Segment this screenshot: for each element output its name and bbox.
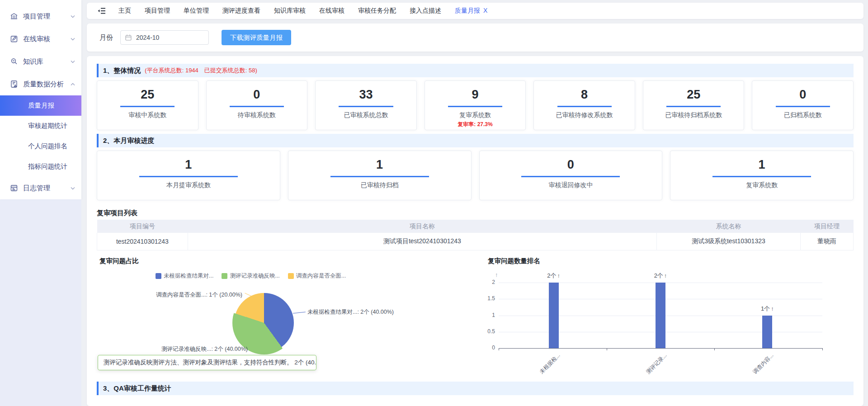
sidebar-item-label: 质量数据分析	[23, 80, 64, 89]
stat-card-value: 0	[752, 88, 853, 102]
bar-0[interactable]	[549, 283, 559, 348]
topnav-tab-label: 主页	[118, 7, 131, 14]
sidebar-subitem-label: 个人问题排名	[28, 142, 67, 150]
sidebar-item-4[interactable]: 日志管理	[0, 177, 81, 199]
month-input[interactable]	[120, 30, 209, 45]
sidebar-subitem-3-0[interactable]: 质量月报	[0, 95, 81, 116]
stat-card-underline	[448, 106, 502, 107]
month-value-input[interactable]	[135, 33, 204, 42]
stat-card-underline	[139, 176, 238, 177]
sidebar-subitem-3-2[interactable]: 个人问题排名	[0, 136, 81, 156]
stat-card-label: 已审核系统总数	[316, 111, 416, 119]
topnav-tab-6[interactable]: 审核任务分配	[358, 7, 396, 15]
legend-item[interactable]: 调查内容是否全面...	[288, 272, 346, 280]
section-qa-title: 3、QA审核工作量统计	[103, 384, 171, 393]
sidebar-item-1[interactable]: 在线审核	[0, 28, 81, 50]
topnav-tab-1[interactable]: 项目管理	[145, 7, 170, 15]
collapse-sidebar-icon[interactable]	[98, 7, 106, 14]
y-axis-tick-label: 1	[475, 312, 495, 318]
table-header-cell: 项目名称	[188, 220, 656, 233]
stat-card: 1复审系统数	[670, 151, 854, 200]
tab-close-icon[interactable]: X	[483, 7, 487, 14]
legend-label: 调查内容是否全面...	[296, 272, 346, 280]
section-overall-annotation: (平台系统总数: 1944 已提交系统总数: 58)	[145, 66, 257, 75]
charts-row: 复审问题占比 未根据检查结果对...测评记录准确反映...调查内容是否全面...…	[97, 255, 854, 376]
chevron-down-icon	[71, 60, 75, 63]
stat-card: 0已归档系统数	[752, 80, 854, 130]
x-axis-tick	[822, 348, 823, 350]
stat-card-label: 已审核待归档	[288, 181, 471, 189]
bar-1[interactable]	[656, 283, 665, 348]
pie-legend: 未根据检查结果对...测评记录准确反映...调查内容是否全面...	[156, 272, 346, 280]
sidebar-item-0[interactable]: 项目管理	[0, 5, 81, 28]
pie-label-line	[293, 312, 306, 314]
bar-value-text: 2个	[654, 272, 663, 279]
data-analysis-icon	[10, 80, 18, 88]
stat-card-value: 0	[207, 88, 307, 102]
topnav-tab-4[interactable]: 知识库审核	[274, 7, 306, 15]
stat-card-underline	[521, 176, 620, 177]
section-overall-header: 1、整体情况 (平台系统总数: 1944 已提交系统总数: 58)	[97, 64, 854, 77]
filter-bar: 月份 下载测评质量月报	[87, 24, 863, 52]
chevron-down-icon	[71, 15, 75, 18]
pie-tooltip: 测评记录准确反映测评方法、测评对象及测评结果，支持符合性判断。 2个 (40.0…	[98, 355, 316, 370]
sidebar-item-2[interactable]: 知识库	[0, 50, 81, 73]
main-area: 主页项目管理单位管理测评进度查看知识库审核在线审核审核任务分配接入点描述质量月报…	[81, 0, 868, 406]
sidebar-subitem-3-3[interactable]: 指标问题统计	[0, 156, 81, 177]
legend-swatch	[156, 273, 161, 279]
topnav-tab-label: 知识库审核	[274, 7, 306, 14]
legend-item[interactable]: 测评记录准确反映...	[222, 272, 279, 280]
stat-card: 0审核退回修改中	[479, 151, 663, 200]
topnav-tab-label: 测评进度查看	[222, 7, 260, 14]
topnav-tab-7[interactable]: 接入点描述	[410, 7, 441, 15]
sidebar-subitem-label: 质量月报	[28, 102, 54, 109]
table-cell: test202410301243	[97, 233, 188, 250]
chevron-up-icon	[71, 83, 75, 86]
stat-card: 1本月提审系统数	[97, 151, 280, 200]
stat-card-underline	[776, 106, 830, 107]
section-monthly-title: 2、本月审核进度	[103, 137, 154, 145]
table-header-cell: 系统名称	[657, 220, 801, 233]
log-icon	[10, 184, 18, 192]
stat-card-underline	[666, 106, 721, 107]
topnav-tab-3[interactable]: 测评进度查看	[222, 7, 260, 15]
stat-card-value: 0	[480, 158, 662, 172]
stat-card-label: 审核退回修改中	[480, 181, 662, 189]
topnav-tab-2[interactable]: 单位管理	[184, 7, 209, 15]
stat-card: 25已审核待归档系统数	[643, 80, 745, 130]
chevron-down-icon	[71, 187, 75, 190]
legend-item[interactable]: 未根据检查结果对...	[156, 272, 213, 280]
sidebar-item-3[interactable]: 质量数据分析	[0, 73, 81, 95]
topnav-tab-label: 质量月报	[455, 7, 480, 14]
sidebar: 项目管理在线审核知识库质量数据分析质量月报审核超期统计个人问题排名指标问题统计日…	[0, 0, 81, 406]
table-cell: 测试项目test202410301243	[188, 233, 656, 250]
topnav-tab-8[interactable]: 质量月报X	[455, 7, 487, 15]
topnav-tab-label: 项目管理	[145, 7, 170, 14]
sidebar-subitem-label: 审核超期统计	[28, 122, 67, 129]
stat-card-value: 1	[670, 158, 853, 172]
topnav-tab-5[interactable]: 在线审核	[319, 7, 344, 15]
search-icon	[10, 57, 18, 66]
stat-card: 25审核中系统数	[97, 80, 198, 130]
stat-card-value: 9	[425, 88, 526, 102]
stat-card-label: 已审核待修改系统数	[534, 111, 635, 119]
pie-chart-title: 复审问题占比	[99, 257, 139, 265]
stat-card-label: 已归档系统数	[752, 111, 853, 119]
stat-card: 33已审核系统总数	[315, 80, 417, 130]
topnav-tab-label: 审核任务分配	[358, 7, 396, 14]
sidebar-subitem-3-1[interactable]: 审核超期统计	[0, 116, 81, 136]
stat-card: 1已审核待归档	[288, 151, 472, 200]
bar-2[interactable]	[762, 316, 772, 349]
bar-chart: 复审问题数量排名 ↑ 2个↑未根据检...2个↑测评记录...1个↑调查内容..…	[475, 255, 854, 376]
report-panel: 1、整体情况 (平台系统总数: 1944 已提交系统总数: 58) 25审核中系…	[87, 56, 863, 406]
stat-card-underline	[557, 106, 612, 107]
download-report-button[interactable]: 下载测评质量月报	[222, 30, 291, 45]
topnav-tab-label: 单位管理	[184, 7, 209, 14]
pie-graphic[interactable]	[234, 293, 294, 353]
legend-swatch	[288, 273, 294, 279]
review-table: 项目编号项目名称系统名称项目经理 test202410301243测试项目tes…	[97, 220, 854, 250]
bar-value-label: 2个↑	[646, 272, 675, 280]
topnav-tab-0[interactable]: 主页	[118, 7, 131, 15]
stat-card: 8已审核待修改系统数	[533, 80, 635, 130]
sidebar-menu: 项目管理在线审核知识库质量数据分析质量月报审核超期统计个人问题排名指标问题统计日…	[0, 0, 81, 199]
